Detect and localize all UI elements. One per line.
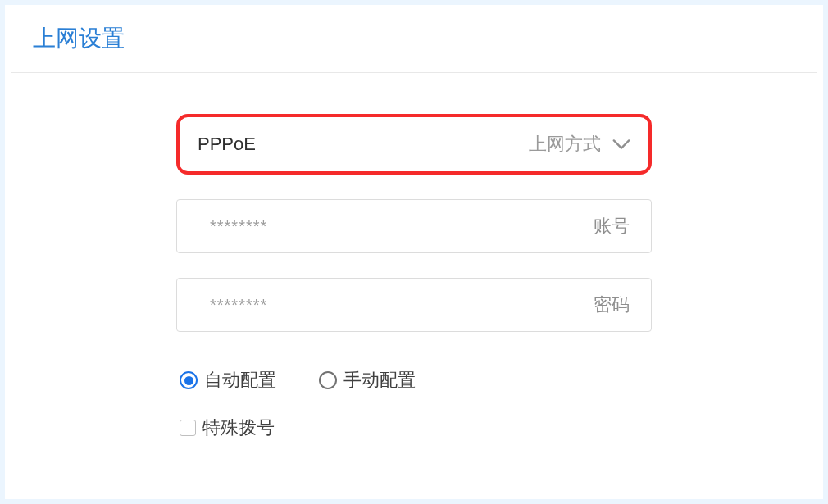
- password-value: ********: [210, 296, 594, 315]
- connection-mode-label: 上网方式: [529, 132, 601, 157]
- radio-unselected-icon: [319, 371, 337, 389]
- connection-mode-select[interactable]: PPPoE 上网方式: [176, 114, 652, 175]
- radio-selected-icon: [180, 371, 198, 389]
- password-row: ******** 密码: [176, 278, 652, 332]
- account-value: ********: [210, 217, 594, 236]
- password-label: 密码: [594, 293, 630, 317]
- form-area: PPPoE 上网方式 ******** 账号 ******** 密码: [5, 73, 823, 440]
- special-dial-row: 特殊拨号: [176, 415, 652, 440]
- connection-mode-value: PPPoE: [198, 134, 529, 155]
- settings-panel: 上网设置 PPPoE 上网方式 ******** 账号 ********: [5, 5, 823, 499]
- auto-config-radio[interactable]: 自动配置: [180, 368, 276, 393]
- manual-config-radio[interactable]: 手动配置: [319, 368, 416, 393]
- page-title: 上网设置: [11, 23, 817, 73]
- account-input[interactable]: ******** 账号: [176, 199, 652, 253]
- special-dial-label: 特殊拨号: [202, 415, 275, 440]
- account-label: 账号: [594, 214, 630, 238]
- special-dial-checkbox[interactable]: [180, 420, 196, 436]
- connection-mode-row: PPPoE 上网方式: [176, 114, 652, 175]
- manual-config-label: 手动配置: [343, 368, 416, 393]
- account-row: ******** 账号: [176, 199, 652, 253]
- chevron-down-icon: [612, 138, 630, 150]
- radio-dot-icon: [184, 376, 193, 385]
- auto-config-label: 自动配置: [204, 368, 276, 393]
- config-mode-radio-group: 自动配置 手动配置: [176, 368, 652, 393]
- password-input[interactable]: ******** 密码: [176, 278, 652, 332]
